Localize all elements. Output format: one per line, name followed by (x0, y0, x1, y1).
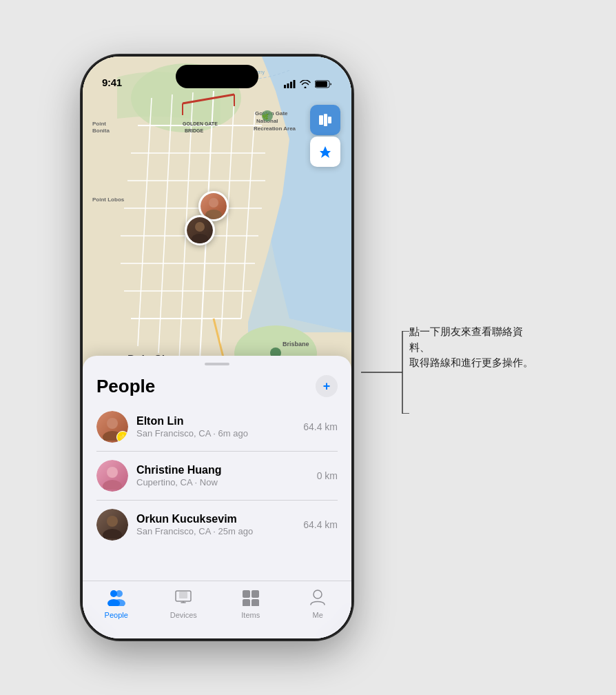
tab-people[interactable]: People (96, 588, 137, 619)
svg-point-58 (116, 590, 123, 597)
status-time: 9:41 (102, 77, 122, 88)
person-location-orkun: San Francisco, CA · 25m ago (136, 526, 295, 536)
svg-rect-62 (179, 592, 187, 598)
svg-text:Bonita: Bonita (92, 128, 110, 134)
map-view-button[interactable] (310, 105, 340, 135)
svg-point-55 (107, 516, 118, 527)
star-badge-elton: ⭐ (116, 431, 128, 443)
avatar-elton: ⭐ (96, 411, 128, 443)
svg-point-44 (209, 198, 218, 208)
person-location-elton: San Francisco, CA · 6m ago (136, 428, 295, 439)
svg-text:GOLDEN GATE: GOLDEN GATE (183, 121, 218, 126)
bottom-sheet: People + ⭐ (83, 356, 351, 638)
svg-point-69 (314, 590, 322, 598)
person-name-orkun: Orkun Kucuksevim (136, 513, 295, 525)
svg-point-46 (195, 222, 205, 232)
items-tab-icon (240, 588, 261, 609)
svg-rect-67 (243, 599, 250, 606)
status-icons (284, 80, 332, 88)
svg-rect-5 (316, 81, 327, 87)
annotation-callout: 點一下朋友來查看聯絡資料、取得路線和進行更多操作。 (409, 324, 533, 371)
svg-text:Brisbane: Brisbane (283, 341, 309, 348)
svg-rect-2 (290, 82, 292, 89)
location-button[interactable] (310, 137, 340, 167)
svg-rect-1 (287, 83, 289, 88)
sheet-title: People (96, 376, 155, 397)
svg-rect-66 (251, 590, 259, 598)
svg-rect-0 (284, 85, 286, 88)
signal-icon (284, 80, 296, 88)
svg-text:Point: Point (92, 121, 106, 127)
person-row-elton[interactable]: ⭐ Elton Lin San Francisco, CA · 6m ago 6… (96, 403, 338, 452)
person-distance-elton: 64.4 km (303, 421, 338, 432)
svg-rect-48 (319, 115, 323, 125)
tab-people-label: People (105, 611, 128, 619)
avatar-orkun (96, 509, 128, 541)
avatar-christine (96, 460, 128, 492)
person-distance-orkun: 64.4 km (303, 519, 338, 530)
person-info-orkun: Orkun Kucuksevim San Francisco, CA · 25m… (136, 513, 295, 536)
svg-point-56 (103, 529, 122, 538)
map-controls (310, 105, 340, 167)
person-row-christine[interactable]: Christine Huang Cupertino, CA · Now 0 km (96, 452, 338, 501)
dynamic-island (176, 65, 258, 88)
person-distance-christine: 0 km (317, 470, 338, 481)
svg-point-51 (107, 418, 118, 429)
map-pin-orkun[interactable] (185, 215, 215, 245)
me-tab-icon (307, 588, 328, 609)
person-name-elton: Elton Lin (136, 415, 295, 427)
svg-text:Point Lobos: Point Lobos (92, 197, 125, 203)
svg-point-53 (107, 467, 118, 478)
tab-items-label: Items (241, 611, 260, 619)
svg-text:🌿: 🌿 (262, 113, 269, 120)
tab-items[interactable]: Items (230, 588, 271, 619)
tab-devices[interactable]: Devices (163, 588, 204, 619)
annotation-text: 點一下朋友來查看聯絡資料、取得路線和進行更多操作。 (409, 324, 533, 371)
sheet-header: People + (83, 365, 351, 403)
people-list: ⭐ Elton Lin San Francisco, CA · 6m ago 6… (83, 403, 351, 549)
tab-me-label: Me (313, 611, 323, 619)
wifi-icon (300, 80, 311, 88)
add-person-button[interactable]: + (316, 375, 338, 397)
person-name-christine: Christine Huang (136, 464, 309, 476)
svg-text:BRIDGE: BRIDGE (185, 128, 204, 133)
svg-text:Recreation Area: Recreation Area (254, 125, 296, 132)
people-tab-icon (106, 588, 127, 609)
svg-rect-49 (324, 114, 327, 126)
svg-point-47 (192, 234, 208, 243)
svg-point-54 (103, 480, 122, 490)
devices-tab-icon (173, 588, 194, 609)
iphone-frame: 9:41 (83, 57, 351, 638)
svg-rect-3 (294, 80, 296, 88)
battery-icon (315, 80, 332, 88)
tab-devices-label: Devices (170, 611, 197, 619)
tab-me[interactable]: Me (297, 588, 338, 619)
person-location-christine: Cupertino, CA · Now (136, 477, 309, 487)
svg-rect-50 (328, 117, 331, 123)
person-row-orkun[interactable]: Orkun Kucuksevim San Francisco, CA · 25m… (96, 501, 338, 549)
person-info-elton: Elton Lin San Francisco, CA · 6m ago (136, 415, 295, 439)
annotation-bracket-svg (361, 331, 409, 414)
person-info-christine: Christine Huang Cupertino, CA · Now (136, 464, 309, 487)
svg-rect-68 (251, 599, 259, 606)
svg-rect-65 (243, 590, 250, 598)
tab-bar: People Devices (83, 581, 351, 638)
